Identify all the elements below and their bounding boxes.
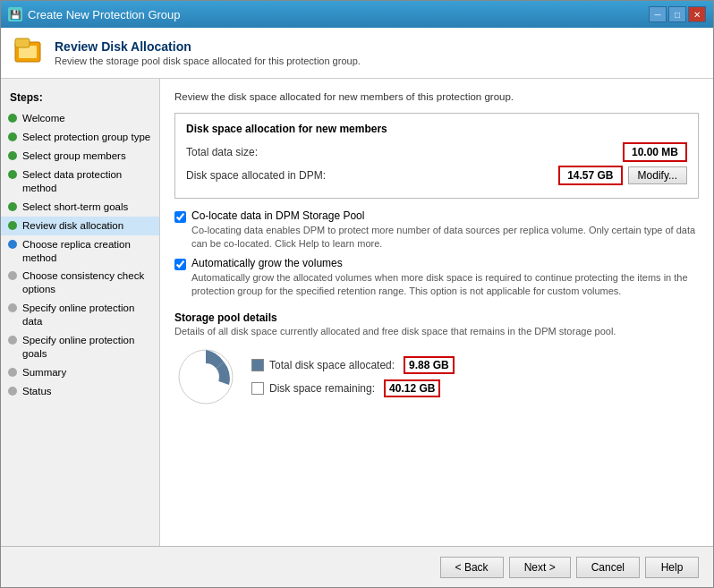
sidebar-label-replica-creation-method: Choose replica creation method	[22, 238, 152, 265]
colocate-checkbox[interactable]	[174, 211, 186, 223]
dot-welcome	[8, 114, 17, 123]
sidebar-label-status: Status	[22, 385, 52, 398]
sidebar-label-consistency-check: Choose consistency check options	[22, 269, 152, 296]
svg-rect-2	[15, 38, 30, 47]
disk-space-value: 14.57 GB	[558, 166, 622, 185]
sidebar-item-online-protection-data[interactable]: Specify online protection data	[1, 299, 159, 331]
section-description: Review the disk space allocated for new …	[174, 91, 699, 102]
svg-point-4	[192, 363, 219, 390]
next-button[interactable]: Next >	[509, 557, 571, 578]
sidebar-item-consistency-check[interactable]: Choose consistency check options	[1, 267, 159, 299]
dot-summary	[8, 368, 17, 377]
sidebar-label-protection-group-type: Select protection group type	[22, 131, 150, 144]
sidebar-item-data-protection-method[interactable]: Select data protection method	[1, 166, 159, 198]
disk-allocation-box: Disk space allocation for new members To…	[174, 113, 699, 199]
minimize-button[interactable]: ─	[649, 6, 667, 22]
header-text: Review Disk Allocation Review the storag…	[55, 39, 361, 66]
disk-space-row: Disk space allocated in DPM: 14.57 GB Mo…	[186, 166, 687, 185]
auto-grow-text-area: Automatically grow the volumes Automatic…	[191, 257, 699, 299]
dot-short-term-goals	[8, 202, 17, 211]
sidebar-item-review-disk-allocation[interactable]: Review disk allocation	[1, 217, 159, 235]
colocate-desc: Co-locating data enables DPM to protect …	[191, 224, 699, 251]
total-data-size-value: 10.00 MB	[623, 142, 687, 162]
pie-chart	[174, 345, 237, 408]
legend-allocated-row: Total disk space allocated: 9.88 GB	[251, 356, 455, 374]
cancel-button[interactable]: Cancel	[576, 557, 640, 578]
sidebar: Steps: Welcome Select protection group t…	[1, 79, 160, 546]
modify-button[interactable]: Modify...	[628, 166, 687, 184]
storage-pool-section: Storage pool details Details of all disk…	[174, 311, 699, 408]
sidebar-item-replica-creation-method[interactable]: Choose replica creation method	[1, 235, 159, 268]
legend-remaining-value: 40.12 GB	[384, 379, 440, 397]
sidebar-item-group-members[interactable]: Select group members	[1, 147, 159, 166]
header-description: Review the storage pool disk space alloc…	[55, 55, 361, 66]
storage-pool-content: Total disk space allocated: 9.88 GB Disk…	[174, 345, 699, 408]
colocate-row: Co-locate data in DPM Storage Pool Co-lo…	[174, 209, 699, 251]
legend-allocated-label: Total disk space allocated:	[269, 359, 395, 371]
sidebar-label-online-protection-data: Specify online protection data	[22, 302, 152, 328]
sidebar-label-group-members: Select group members	[22, 149, 126, 163]
dot-online-protection-goals	[8, 336, 17, 345]
legend-area: Total disk space allocated: 9.88 GB Disk…	[251, 356, 455, 397]
header: Review Disk Allocation Review the storag…	[1, 28, 713, 79]
sidebar-label-short-term-goals: Select short-term goals	[22, 200, 128, 214]
legend-allocated-value: 9.88 GB	[404, 356, 455, 374]
sidebar-item-online-protection-goals[interactable]: Specify online protection goals	[1, 331, 159, 363]
legend-remaining-color	[251, 382, 264, 395]
dot-consistency-check	[8, 271, 17, 280]
sidebar-label-review-disk-allocation: Review disk allocation	[22, 219, 123, 233]
sidebar-item-summary[interactable]: Summary	[1, 363, 159, 382]
auto-grow-label: Automatically grow the volumes	[191, 257, 699, 269]
close-button[interactable]: ✕	[688, 6, 706, 22]
main-content: Review the disk space allocated for new …	[160, 79, 713, 546]
footer: < Back Next > Cancel Help	[1, 546, 713, 587]
auto-grow-checkbox[interactable]	[174, 259, 186, 270]
header-icon	[13, 37, 46, 69]
header-title: Review Disk Allocation	[55, 39, 361, 54]
steps-label: Steps:	[1, 88, 159, 109]
dot-group-members	[8, 151, 17, 160]
content-area: Steps: Welcome Select protection group t…	[1, 79, 713, 546]
storage-pool-desc: Details of all disk space currently allo…	[174, 326, 699, 337]
maximize-button[interactable]: □	[668, 6, 686, 22]
legend-remaining-row: Disk space remaining: 40.12 GB	[251, 379, 455, 397]
main-window: 💾 Create New Protection Group ─ □ ✕ Revi…	[0, 0, 714, 588]
window-title: Create New Protection Group	[28, 8, 649, 21]
sidebar-label-welcome: Welcome	[22, 112, 65, 125]
colocate-text-area: Co-locate data in DPM Storage Pool Co-lo…	[191, 209, 699, 251]
total-data-size-label: Total data size:	[186, 146, 623, 158]
total-data-size-row: Total data size: 10.00 MB	[186, 142, 687, 162]
legend-remaining-label: Disk space remaining:	[269, 382, 375, 395]
window-controls: ─ □ ✕	[649, 6, 706, 22]
sidebar-label-data-protection-method: Select data protection method	[22, 168, 152, 195]
dot-online-protection-data	[8, 303, 17, 312]
title-bar: 💾 Create New Protection Group ─ □ ✕	[1, 1, 713, 28]
sidebar-item-protection-group-type[interactable]: Select protection group type	[1, 128, 159, 147]
dot-data-protection-method	[8, 170, 17, 179]
dot-protection-group-type	[8, 132, 17, 141]
disk-box-title: Disk space allocation for new members	[186, 123, 687, 135]
sidebar-item-welcome[interactable]: Welcome	[1, 109, 159, 128]
dot-review-disk-allocation	[8, 221, 17, 230]
sidebar-label-summary: Summary	[22, 366, 66, 379]
disk-space-label: Disk space allocated in DPM:	[186, 169, 558, 182]
sidebar-item-short-term-goals[interactable]: Select short-term goals	[1, 198, 159, 217]
dot-replica-creation-method	[8, 240, 17, 249]
help-button[interactable]: Help	[645, 557, 699, 578]
sidebar-label-online-protection-goals: Specify online protection goals	[22, 334, 152, 361]
colocate-label: Co-locate data in DPM Storage Pool	[191, 209, 699, 222]
auto-grow-desc: Automatically grow the allocated volumes…	[191, 271, 699, 299]
back-button[interactable]: < Back	[440, 557, 504, 578]
window-icon: 💾	[8, 7, 22, 21]
dot-status	[8, 387, 17, 396]
legend-allocated-color	[251, 359, 264, 371]
auto-grow-row: Automatically grow the volumes Automatic…	[174, 257, 699, 299]
storage-pool-title: Storage pool details	[174, 311, 699, 324]
sidebar-item-status[interactable]: Status	[1, 382, 159, 401]
